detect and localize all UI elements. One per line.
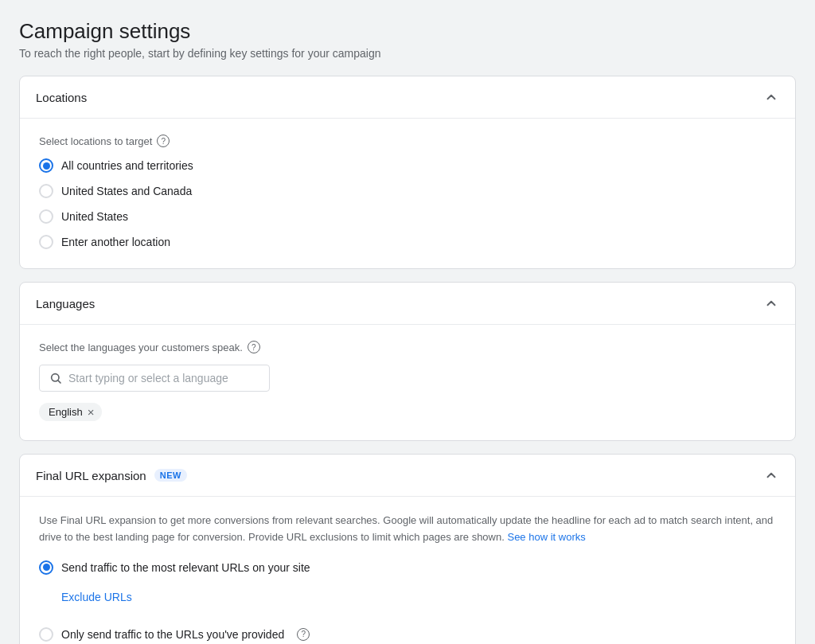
radio-relevant-urls-label: Send traffic to the most relevant URLs o… [61,561,310,574]
radio-all-countries[interactable] [39,158,53,173]
radio-relevant-urls[interactable] [39,560,53,575]
locations-card: Locations Select locations to target ? A… [19,76,796,269]
locations-collapse-icon[interactable] [763,89,779,105]
svg-line-1 [58,381,60,383]
location-option-us[interactable]: United States [39,209,776,224]
english-tag-label: English [49,406,83,418]
languages-card: Languages Select the languages your cust… [19,282,796,441]
location-option-all[interactable]: All countries and territories [39,158,776,173]
locations-radio-group: All countries and territories United Sta… [39,158,776,249]
languages-title: Languages [36,297,95,310]
radio-other-location[interactable] [39,235,53,249]
radio-us[interactable] [39,209,53,224]
language-input-wrapper[interactable] [39,365,270,392]
locations-body: Select locations to target ? All countri… [20,119,795,268]
radio-all-countries-label: All countries and territories [61,159,193,172]
languages-body: Select the languages your customers spea… [20,325,795,440]
new-badge: NEW [154,469,187,482]
language-tag-container: English × [39,403,776,421]
page-title: Campaign settings [19,19,796,44]
location-option-us-ca[interactable]: United States and Canada [39,184,776,198]
locations-title: Locations [36,91,87,104]
final-url-help-icon[interactable]: ? [297,628,310,641]
see-how-works-link[interactable]: See how it works [507,531,585,543]
english-tag-remove[interactable]: × [88,406,95,418]
search-icon [49,372,62,384]
languages-help-icon[interactable]: ? [248,341,260,353]
radio-provided-urls-label: Only send traffic to the URLs you've pro… [61,628,284,641]
page-subtitle: To reach the right people, start by defi… [19,47,796,60]
languages-collapse-icon[interactable] [763,295,779,311]
final-url-option-provided[interactable]: Only send traffic to the URLs you've pro… [39,627,776,642]
language-search-input[interactable] [68,372,259,384]
radio-us-canada[interactable] [39,184,53,198]
locations-header[interactable]: Locations [20,76,795,119]
final-url-description: Use Final URL expansion to get more conv… [39,513,776,546]
final-url-header[interactable]: Final URL expansion NEW [20,455,795,497]
final-url-body: Use Final URL expansion to get more conv… [20,497,795,644]
final-url-card: Final URL expansion NEW Use Final URL ex… [19,454,796,644]
radio-other-location-label: Enter another location [61,236,170,248]
languages-label: Select the languages your customers spea… [39,341,776,353]
languages-header[interactable]: Languages [20,283,795,325]
final-url-title: Final URL expansion [36,469,146,482]
english-tag: English × [39,403,102,421]
location-option-other[interactable]: Enter another location [39,235,776,249]
locations-help-icon[interactable]: ? [157,135,170,147]
radio-us-canada-label: United States and Canada [61,185,192,197]
exclude-urls-link[interactable]: Exclude URLs [61,591,776,603]
final-url-collapse-icon[interactable] [763,467,779,483]
radio-us-label: United States [61,210,128,223]
locations-label: Select locations to target ? [39,135,776,147]
radio-provided-urls[interactable] [39,627,53,642]
final-url-radio-group: Send traffic to the most relevant URLs o… [39,560,776,642]
final-url-option-relevant[interactable]: Send traffic to the most relevant URLs o… [39,560,776,575]
